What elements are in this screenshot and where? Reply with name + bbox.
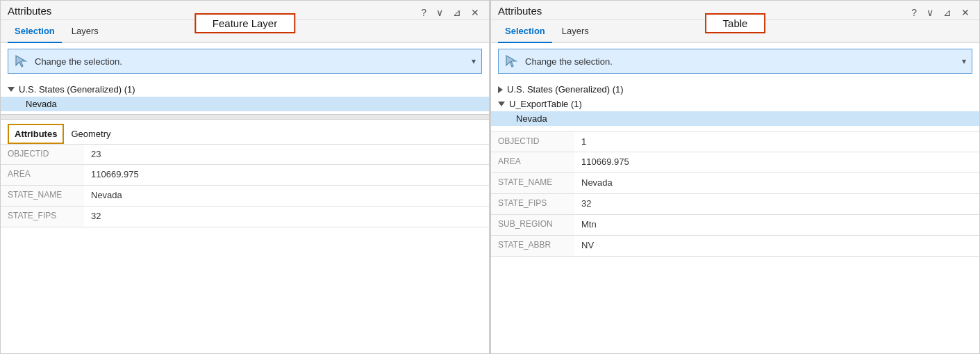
left-tree-section: U.S. States (Generalized) (1) Nevada	[1, 79, 489, 114]
svg-marker-1	[506, 56, 516, 67]
right-panel-header: Attributes Table ? ∨ ⊿ ✕	[491, 1, 979, 20]
table-row: STATE_ABBR NV	[491, 236, 979, 257]
left-dropdown-chevron: ▾	[472, 56, 476, 66]
left-selection-dropdown[interactable]: Change the selection. ▾	[8, 49, 482, 74]
right-attr-key-4: SUB_REGION	[491, 215, 574, 235]
left-attributes-panel: Attributes Feature Layer ? ∨ ⊿ ✕ Selecti…	[0, 0, 490, 354]
table-row: STATE_FIPS 32	[1, 207, 489, 227]
left-attr-key-2: STATE_NAME	[1, 186, 84, 206]
left-attr-tab-attributes[interactable]: Attributes	[8, 124, 64, 144]
left-close-icon[interactable]: ✕	[468, 6, 482, 19]
svg-marker-0	[16, 56, 26, 67]
left-panel-controls: ? ∨ ⊿ ✕	[418, 6, 482, 19]
right-attr-key-3: STATE_FIPS	[491, 194, 574, 214]
right-tab-layers[interactable]: Layers	[555, 20, 596, 42]
right-dropdown-chevron: ▾	[962, 56, 966, 66]
right-cursor-icon	[504, 54, 520, 69]
table-row: OBJECTID 23	[1, 144, 489, 165]
left-attr-key-3: STATE_FIPS	[1, 207, 84, 227]
left-attr-val-2: Nevada	[84, 186, 489, 206]
left-pin-icon[interactable]: ⊿	[450, 6, 464, 19]
right-pin-icon[interactable]: ⊿	[940, 6, 954, 19]
left-tab-selection[interactable]: Selection	[8, 20, 62, 42]
table-row: SUB_REGION Mtn	[491, 215, 979, 236]
left-tab-layers[interactable]: Layers	[65, 20, 106, 42]
right-attr-val-1: 110669.975	[574, 152, 979, 172]
right-attr-val-3: 32	[574, 194, 979, 214]
left-attr-tabs: Attributes Geometry	[1, 120, 489, 144]
left-help-icon[interactable]: ?	[418, 6, 429, 19]
left-attr-table: OBJECTID 23 AREA 110669.975 STATE_NAME N…	[1, 144, 489, 353]
right-attr-val-5: NV	[574, 236, 979, 256]
left-attr-val-1: 110669.975	[84, 165, 489, 185]
left-attr-key-1: AREA	[1, 165, 84, 185]
right-attributes-panel: Attributes Table ? ∨ ⊿ ✕ Selection Layer…	[490, 0, 980, 354]
right-tree-expand-icon-1	[498, 86, 503, 93]
left-tree-item-label: Nevada	[26, 99, 57, 109]
left-panel-title: Attributes	[8, 5, 51, 19]
left-cursor-icon	[14, 54, 29, 69]
table-row: STATE_FIPS 32	[491, 194, 979, 215]
left-attr-val-3: 32	[84, 207, 489, 227]
right-feature-label: Table	[705, 13, 766, 33]
left-attr-tab-geometry[interactable]: Geometry	[64, 124, 117, 144]
right-tree-expand-icon-2	[498, 102, 505, 106]
left-panel-header: Attributes Feature Layer ? ∨ ⊿ ✕	[1, 1, 489, 20]
table-row: AREA 110669.975	[491, 152, 979, 173]
right-panel-title: Attributes	[498, 5, 542, 19]
right-selection-dropdown[interactable]: Change the selection. ▾	[498, 49, 972, 74]
right-tree-group2[interactable]: U_ExportTable (1)	[491, 97, 979, 111]
right-tree-section: U.S. States (Generalized) (1) U_ExportTa…	[491, 79, 979, 129]
right-attr-val-0: 1	[574, 132, 979, 152]
left-collapse-icon[interactable]: ∨	[433, 6, 446, 19]
table-row: OBJECTID 1	[491, 131, 979, 152]
right-tree-item-label: Nevada	[516, 113, 547, 124]
table-row: STATE_NAME Nevada	[1, 186, 489, 207]
left-dropdown-text: Change the selection.	[35, 56, 472, 67]
right-attr-key-2: STATE_NAME	[491, 173, 574, 193]
left-tree-group[interactable]: U.S. States (Generalized) (1)	[1, 82, 489, 97]
left-tree-expand-icon	[8, 87, 15, 92]
right-attr-val-4: Mtn	[574, 215, 979, 235]
table-row: STATE_NAME Nevada	[491, 173, 979, 194]
left-tree-group-label: U.S. States (Generalized) (1)	[19, 84, 135, 95]
right-dropdown-text: Change the selection.	[525, 56, 962, 67]
right-tree-group2-label: U_ExportTable (1)	[509, 99, 582, 109]
right-close-icon[interactable]: ✕	[958, 6, 972, 19]
table-row: AREA 110669.975	[1, 165, 489, 186]
right-tree-group1-label: U.S. States (Generalized) (1)	[507, 84, 624, 95]
right-tree-selected-item[interactable]: Nevada	[491, 111, 979, 126]
right-collapse-icon[interactable]: ∨	[924, 6, 936, 19]
right-attr-val-2: Nevada	[574, 173, 979, 193]
right-attr-table: OBJECTID 1 AREA 110669.975 STATE_NAME Ne…	[491, 131, 979, 353]
left-divider	[1, 114, 489, 120]
right-help-icon[interactable]: ?	[908, 6, 920, 19]
right-panel-controls: ? ∨ ⊿ ✕	[908, 6, 972, 19]
right-attr-key-0: OBJECTID	[491, 132, 574, 152]
right-tab-selection[interactable]: Selection	[498, 20, 552, 42]
right-attr-key-5: STATE_ABBR	[491, 236, 574, 256]
right-tree-group1[interactable]: U.S. States (Generalized) (1)	[491, 82, 979, 97]
left-attr-val-0: 23	[84, 145, 489, 164]
left-tree-selected-item[interactable]: Nevada	[1, 97, 489, 111]
left-feature-label: Feature Layer	[194, 13, 295, 33]
right-attr-key-1: AREA	[491, 152, 574, 172]
left-attr-key-0: OBJECTID	[1, 145, 84, 164]
